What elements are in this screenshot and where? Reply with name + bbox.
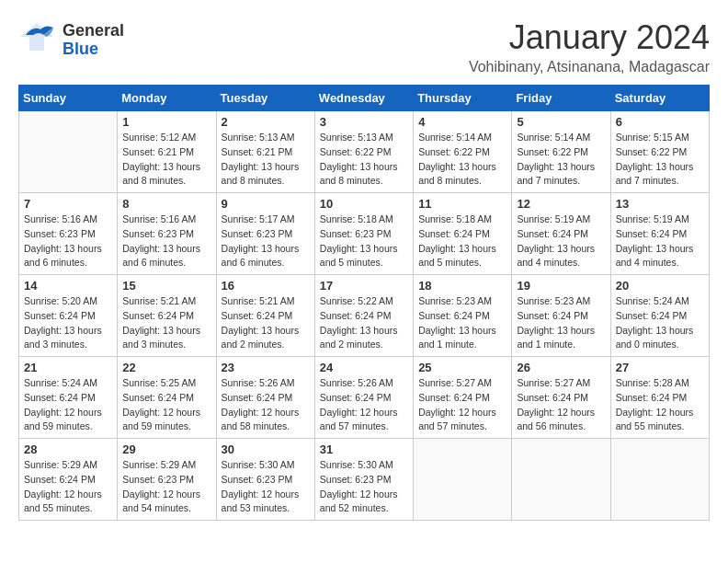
calendar-cell: 11Sunrise: 5:18 AM Sunset: 6:24 PM Dayli… bbox=[414, 193, 512, 275]
day-info: Sunrise: 5:27 AM Sunset: 6:24 PM Dayligh… bbox=[418, 376, 506, 434]
day-number: 24 bbox=[320, 361, 408, 374]
day-number: 11 bbox=[418, 197, 506, 211]
day-info: Sunrise: 5:18 AM Sunset: 6:23 PM Dayligh… bbox=[320, 213, 408, 270]
day-info: Sunrise: 5:30 AM Sunset: 6:23 PM Dayligh… bbox=[320, 458, 408, 516]
day-info: Sunrise: 5:16 AM Sunset: 6:23 PM Dayligh… bbox=[122, 213, 210, 270]
day-number: 17 bbox=[320, 279, 408, 293]
day-number: 19 bbox=[517, 279, 605, 293]
day-number: 13 bbox=[616, 197, 704, 211]
day-info: Sunrise: 5:12 AM Sunset: 6:21 PM Dayligh… bbox=[122, 131, 210, 189]
day-info: Sunrise: 5:17 AM Sunset: 6:23 PM Dayligh… bbox=[222, 213, 310, 270]
day-info: Sunrise: 5:27 AM Sunset: 6:24 PM Dayligh… bbox=[517, 376, 605, 434]
logo: General Blue bbox=[18, 18, 124, 63]
logo-general: General bbox=[63, 22, 124, 40]
logo-bird-icon bbox=[18, 18, 55, 63]
calendar-cell: 10Sunrise: 5:18 AM Sunset: 6:23 PM Dayli… bbox=[314, 193, 413, 275]
day-info: Sunrise: 5:19 AM Sunset: 6:24 PM Dayligh… bbox=[517, 213, 605, 270]
weekday-header-monday: Monday bbox=[118, 86, 216, 111]
day-number: 18 bbox=[418, 279, 506, 293]
day-info: Sunrise: 5:16 AM Sunset: 6:23 PM Dayligh… bbox=[24, 213, 112, 270]
calendar-week-row: 1Sunrise: 5:12 AM Sunset: 6:21 PM Daylig… bbox=[19, 111, 710, 193]
calendar-cell: 18Sunrise: 5:23 AM Sunset: 6:24 PM Dayli… bbox=[414, 275, 512, 357]
calendar-cell: 21Sunrise: 5:24 AM Sunset: 6:24 PM Dayli… bbox=[19, 357, 118, 439]
day-info: Sunrise: 5:15 AM Sunset: 6:22 PM Dayligh… bbox=[616, 131, 704, 189]
calendar-cell: 16Sunrise: 5:21 AM Sunset: 6:24 PM Dayli… bbox=[216, 275, 314, 357]
calendar-cell: 22Sunrise: 5:25 AM Sunset: 6:24 PM Dayli… bbox=[118, 357, 216, 439]
day-number: 20 bbox=[616, 279, 704, 293]
calendar-cell: 27Sunrise: 5:28 AM Sunset: 6:24 PM Dayli… bbox=[610, 357, 709, 439]
calendar-cell: 7Sunrise: 5:16 AM Sunset: 6:23 PM Daylig… bbox=[19, 193, 118, 275]
weekday-header-wednesday: Wednesday bbox=[314, 86, 413, 111]
calendar-cell: 5Sunrise: 5:14 AM Sunset: 6:22 PM Daylig… bbox=[512, 111, 610, 193]
day-number: 4 bbox=[418, 115, 506, 129]
calendar-cell: 12Sunrise: 5:19 AM Sunset: 6:24 PM Dayli… bbox=[512, 193, 610, 275]
day-number: 30 bbox=[222, 442, 310, 456]
day-info: Sunrise: 5:29 AM Sunset: 6:24 PM Dayligh… bbox=[24, 458, 112, 516]
weekday-header-friday: Friday bbox=[512, 86, 610, 111]
day-number: 14 bbox=[24, 279, 112, 293]
calendar-cell: 6Sunrise: 5:15 AM Sunset: 6:22 PM Daylig… bbox=[610, 111, 709, 193]
calendar-cell: 31Sunrise: 5:30 AM Sunset: 6:23 PM Dayli… bbox=[314, 439, 413, 521]
day-number: 10 bbox=[320, 197, 408, 211]
calendar-week-row: 7Sunrise: 5:16 AM Sunset: 6:23 PM Daylig… bbox=[19, 193, 710, 275]
day-info: Sunrise: 5:14 AM Sunset: 6:22 PM Dayligh… bbox=[517, 131, 605, 189]
day-number: 1 bbox=[122, 115, 210, 129]
calendar-cell: 26Sunrise: 5:27 AM Sunset: 6:24 PM Dayli… bbox=[512, 357, 610, 439]
calendar-cell: 25Sunrise: 5:27 AM Sunset: 6:24 PM Dayli… bbox=[414, 357, 512, 439]
day-number: 7 bbox=[24, 197, 112, 211]
day-number: 21 bbox=[24, 361, 112, 374]
weekday-header-tuesday: Tuesday bbox=[216, 86, 314, 111]
calendar-cell: 28Sunrise: 5:29 AM Sunset: 6:24 PM Dayli… bbox=[19, 439, 118, 521]
day-info: Sunrise: 5:26 AM Sunset: 6:24 PM Dayligh… bbox=[320, 376, 408, 434]
calendar-cell bbox=[512, 439, 610, 521]
month-year-title: January 2024 bbox=[469, 18, 710, 57]
calendar-cell: 20Sunrise: 5:24 AM Sunset: 6:24 PM Dayli… bbox=[610, 275, 709, 357]
calendar-cell: 29Sunrise: 5:29 AM Sunset: 6:23 PM Dayli… bbox=[118, 439, 216, 521]
day-info: Sunrise: 5:23 AM Sunset: 6:24 PM Dayligh… bbox=[418, 294, 506, 352]
day-number: 23 bbox=[222, 361, 310, 374]
day-info: Sunrise: 5:23 AM Sunset: 6:24 PM Dayligh… bbox=[517, 294, 605, 352]
day-number: 9 bbox=[222, 197, 310, 211]
calendar-cell: 15Sunrise: 5:21 AM Sunset: 6:24 PM Dayli… bbox=[118, 275, 216, 357]
logo-text: General Blue bbox=[63, 22, 124, 59]
day-info: Sunrise: 5:24 AM Sunset: 6:24 PM Dayligh… bbox=[616, 294, 704, 352]
day-info: Sunrise: 5:18 AM Sunset: 6:24 PM Dayligh… bbox=[418, 213, 506, 270]
calendar-cell: 23Sunrise: 5:26 AM Sunset: 6:24 PM Dayli… bbox=[216, 357, 314, 439]
day-info: Sunrise: 5:24 AM Sunset: 6:24 PM Dayligh… bbox=[24, 376, 112, 434]
day-info: Sunrise: 5:29 AM Sunset: 6:23 PM Dayligh… bbox=[122, 458, 210, 516]
logo-blue: Blue bbox=[63, 40, 124, 59]
day-number: 8 bbox=[122, 197, 210, 211]
day-number: 12 bbox=[517, 197, 605, 211]
day-number: 6 bbox=[616, 115, 704, 129]
day-info: Sunrise: 5:30 AM Sunset: 6:23 PM Dayligh… bbox=[222, 458, 310, 516]
day-info: Sunrise: 5:21 AM Sunset: 6:24 PM Dayligh… bbox=[222, 294, 310, 352]
location-subtitle: Vohibinany, Atsinanana, Madagascar bbox=[469, 59, 710, 75]
calendar-cell: 9Sunrise: 5:17 AM Sunset: 6:23 PM Daylig… bbox=[216, 193, 314, 275]
day-info: Sunrise: 5:25 AM Sunset: 6:24 PM Dayligh… bbox=[122, 376, 210, 434]
title-section: January 2024 Vohibinany, Atsinanana, Mad… bbox=[469, 18, 710, 75]
weekday-header-saturday: Saturday bbox=[610, 86, 709, 111]
day-number: 27 bbox=[616, 361, 704, 374]
day-number: 16 bbox=[222, 279, 310, 293]
weekday-header-row: SundayMondayTuesdayWednesdayThursdayFrid… bbox=[19, 86, 710, 111]
day-info: Sunrise: 5:28 AM Sunset: 6:24 PM Dayligh… bbox=[616, 376, 704, 434]
calendar-cell: 30Sunrise: 5:30 AM Sunset: 6:23 PM Dayli… bbox=[216, 439, 314, 521]
calendar-table: SundayMondayTuesdayWednesdayThursdayFrid… bbox=[18, 85, 710, 521]
calendar-week-row: 28Sunrise: 5:29 AM Sunset: 6:24 PM Dayli… bbox=[19, 439, 710, 521]
day-number: 26 bbox=[517, 361, 605, 374]
weekday-header-thursday: Thursday bbox=[414, 86, 512, 111]
day-number: 29 bbox=[122, 442, 210, 456]
calendar-cell: 1Sunrise: 5:12 AM Sunset: 6:21 PM Daylig… bbox=[118, 111, 216, 193]
calendar-cell: 2Sunrise: 5:13 AM Sunset: 6:21 PM Daylig… bbox=[216, 111, 314, 193]
day-number: 28 bbox=[24, 442, 112, 456]
calendar-cell: 13Sunrise: 5:19 AM Sunset: 6:24 PM Dayli… bbox=[610, 193, 709, 275]
calendar-cell: 14Sunrise: 5:20 AM Sunset: 6:24 PM Dayli… bbox=[19, 275, 118, 357]
day-info: Sunrise: 5:13 AM Sunset: 6:21 PM Dayligh… bbox=[222, 131, 310, 189]
day-number: 15 bbox=[122, 279, 210, 293]
calendar-week-row: 14Sunrise: 5:20 AM Sunset: 6:24 PM Dayli… bbox=[19, 275, 710, 357]
day-info: Sunrise: 5:19 AM Sunset: 6:24 PM Dayligh… bbox=[616, 213, 704, 270]
calendar-cell bbox=[414, 439, 512, 521]
calendar-cell: 3Sunrise: 5:13 AM Sunset: 6:22 PM Daylig… bbox=[314, 111, 413, 193]
calendar-week-row: 21Sunrise: 5:24 AM Sunset: 6:24 PM Dayli… bbox=[19, 357, 710, 439]
calendar-cell: 4Sunrise: 5:14 AM Sunset: 6:22 PM Daylig… bbox=[414, 111, 512, 193]
